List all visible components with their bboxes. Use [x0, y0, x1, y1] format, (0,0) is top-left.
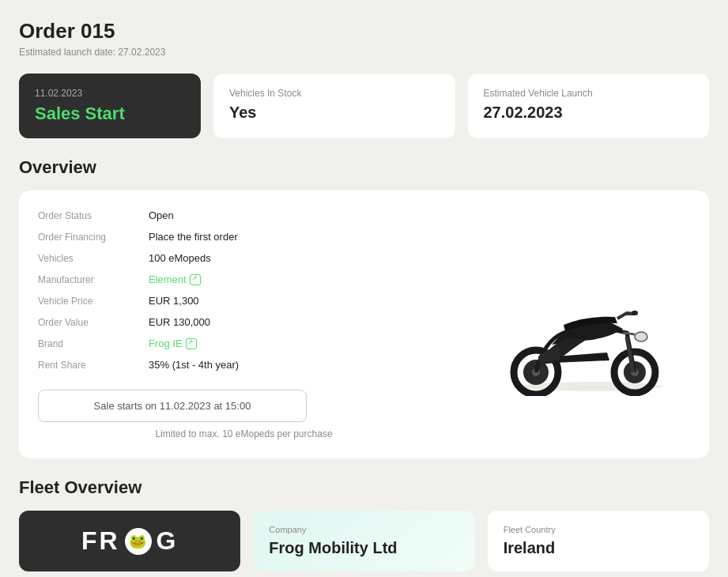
company-label: Company [269, 525, 458, 534]
manufacturer-external-link-icon[interactable] [190, 274, 201, 285]
vehicles-label: Vehicles [38, 253, 149, 264]
estimated-launch-value: 27.02.2023 [484, 104, 694, 122]
brand-external-link-icon[interactable] [186, 338, 197, 349]
vehicle-price-label: Vehicle Price [38, 296, 149, 307]
fleet-country-value: Ireland [504, 539, 693, 557]
vehicle-price-row: Vehicle Price EUR 1,300 [38, 295, 450, 307]
vehicles-in-stock-value: Yes [229, 104, 439, 122]
vehicles-in-stock-label: Vehicles In Stock [229, 88, 439, 99]
scooter-image [469, 209, 690, 439]
frog-circle-icon: 🐸 [125, 528, 152, 555]
order-financing-value: Place the first order [149, 231, 238, 243]
svg-point-8 [635, 332, 647, 341]
order-status-row: Order Status Open [38, 209, 450, 221]
frog-logo: FR 🐸 G [81, 526, 179, 556]
sale-start-button[interactable]: Sale starts on 11.02.2023 at 15:00 [38, 390, 307, 422]
top-cards-row: 11.02.2023 Sales Start Vehicles In Stock… [19, 74, 709, 138]
manufacturer-value[interactable]: Element [149, 273, 201, 285]
order-title: Order 015 [19, 19, 709, 43]
fleet-grid: FR 🐸 G Company Frog Mobility Ltd Fleet C… [19, 511, 709, 577]
sales-start-label: Sales Start [35, 104, 185, 124]
company-value: Frog Mobility Ltd [269, 539, 458, 557]
svg-rect-7 [632, 311, 638, 315]
brand-label: Brand [38, 338, 149, 349]
vehicles-row: Vehicles 100 eMopeds [38, 252, 450, 264]
page-header: Order 015 Estimated launch date: 27.02.2… [19, 19, 709, 58]
brand-row: Brand Frog IE [38, 338, 450, 349]
rent-share-row: Rent Share 35% (1st - 4th year) [38, 359, 450, 371]
overview-card: Order Status Open Order Financing Place … [19, 190, 709, 458]
sale-note: Limited to max. 10 eMopeds per purchase [38, 428, 450, 439]
order-value-row: Order Value EUR 130,000 [38, 316, 450, 328]
estimated-launch-card: Estimated Vehicle Launch 27.02.2023 [468, 74, 710, 138]
sales-start-date: 11.02.2023 [35, 88, 185, 99]
overview-details: Order Status Open Order Financing Place … [38, 209, 450, 439]
fleet-country-card: Fleet Country Ireland [488, 511, 709, 571]
fleet-overview-section-title: Fleet Overview [19, 477, 709, 498]
sales-start-card: 11.02.2023 Sales Start [19, 74, 201, 138]
vehicle-price-value: EUR 1,300 [149, 295, 199, 307]
order-value-label: Order Value [38, 317, 149, 328]
brand-value[interactable]: Frog IE [149, 338, 197, 349]
fleet-country-label: Fleet Country [504, 525, 693, 534]
manufacturer-row: Manufacturer Element [38, 273, 450, 285]
manufacturer-label: Manufacturer [38, 274, 149, 285]
order-status-label: Order Status [38, 210, 149, 221]
order-value-value: EUR 130,000 [149, 316, 210, 328]
rent-share-value: 35% (1st - 4th year) [149, 359, 239, 371]
estimated-launch-label: Estimated Vehicle Launch [484, 88, 694, 99]
rent-share-label: Rent Share [38, 360, 149, 371]
vehicles-in-stock-card: Vehicles In Stock Yes [213, 74, 455, 138]
order-financing-label: Order Financing [38, 232, 149, 243]
frog-logo-card: FR 🐸 G [19, 511, 240, 571]
order-subtitle: Estimated launch date: 27.02.2023 [19, 47, 709, 58]
company-card: Company Frog Mobility Ltd [253, 511, 474, 571]
overview-section-title: Overview [19, 157, 709, 178]
order-status-value: Open [149, 209, 174, 221]
vehicles-value: 100 eMopeds [149, 252, 211, 264]
order-financing-row: Order Financing Place the first order [38, 231, 450, 243]
